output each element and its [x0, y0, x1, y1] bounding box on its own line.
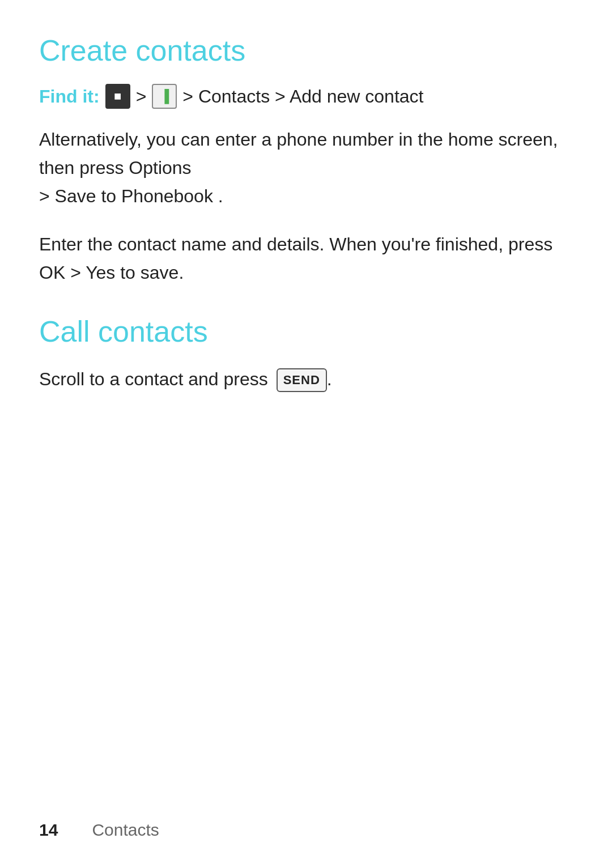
page-number: 14 [39, 820, 58, 840]
send-button-icon: SEND [277, 368, 327, 392]
find-it-label: Find it: [39, 86, 100, 107]
create-contacts-body1: Alternatively, you can enter a phone num… [39, 126, 573, 210]
call-contacts-body: Scroll to a contact and press SEND. [39, 365, 573, 394]
find-it-line: Find it: ■ > ▐ > Contacts > Add new cont… [39, 84, 573, 109]
find-it-arrow1: > [136, 86, 147, 107]
home-icon: ■ [105, 84, 130, 109]
call-contacts-body-text: Scroll to a contact and press [39, 369, 268, 389]
page-footer: 14 Contacts [39, 820, 573, 840]
create-contacts-body2: Enter the contact name and details. When… [39, 231, 573, 287]
footer-section-label: Contacts [92, 820, 159, 840]
contacts-icon: ▐ [152, 84, 177, 109]
create-contacts-title: Create contacts [39, 33, 573, 68]
call-contacts-title: Call contacts [39, 314, 573, 349]
find-it-path: > Contacts > Add new contact [182, 86, 423, 107]
